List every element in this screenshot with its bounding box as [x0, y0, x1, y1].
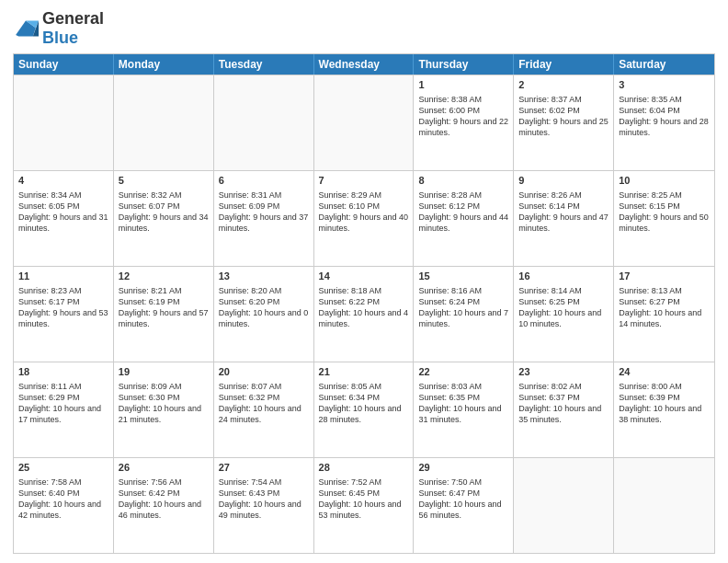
cell-text: Sunrise: 7:52 AMSunset: 6:45 PMDaylight:… [319, 477, 409, 522]
cell-text: Sunrise: 8:07 AMSunset: 6:32 PMDaylight:… [219, 381, 309, 426]
cal-cell: 20Sunrise: 8:07 AMSunset: 6:32 PMDayligh… [214, 362, 314, 457]
cal-cell [214, 75, 314, 170]
cal-row-0: 1Sunrise: 8:38 AMSunset: 6:00 PMDaylight… [14, 75, 714, 170]
header-cell-monday: Monday [114, 54, 214, 75]
logo-text: General Blue [42, 9, 104, 48]
cell-text: Sunrise: 8:31 AMSunset: 6:09 PMDaylight:… [219, 190, 309, 235]
day-number: 26 [119, 461, 209, 475]
cal-cell: 10Sunrise: 8:25 AMSunset: 6:15 PMDayligh… [614, 171, 714, 266]
cell-text: Sunrise: 8:00 AMSunset: 6:39 PMDaylight:… [619, 381, 710, 426]
cal-cell: 4Sunrise: 8:34 AMSunset: 6:05 PMDaylight… [14, 171, 114, 266]
cal-cell: 18Sunrise: 8:11 AMSunset: 6:29 PMDayligh… [14, 362, 114, 457]
day-number: 24 [619, 365, 710, 379]
calendar-body: 1Sunrise: 8:38 AMSunset: 6:00 PMDaylight… [14, 75, 714, 553]
day-number: 7 [319, 174, 409, 188]
day-number: 22 [418, 365, 508, 379]
cell-text: Sunrise: 8:25 AMSunset: 6:15 PMDaylight:… [619, 190, 710, 235]
day-number: 15 [418, 270, 508, 283]
cell-text: Sunrise: 8:09 AMSunset: 6:30 PMDaylight:… [119, 381, 209, 426]
cell-text: Sunrise: 8:14 AMSunset: 6:25 PMDaylight:… [518, 285, 609, 330]
cal-row-2: 11Sunrise: 8:23 AMSunset: 6:17 PMDayligh… [14, 266, 714, 362]
cell-text: Sunrise: 8:34 AMSunset: 6:05 PMDaylight:… [18, 190, 108, 235]
day-number: 21 [319, 365, 409, 379]
day-number: 23 [518, 365, 609, 379]
cal-cell: 5Sunrise: 8:32 AMSunset: 6:07 PMDaylight… [114, 171, 214, 266]
cal-cell: 17Sunrise: 8:13 AMSunset: 6:27 PMDayligh… [614, 267, 714, 362]
day-number: 10 [619, 174, 710, 188]
cal-cell: 7Sunrise: 8:29 AMSunset: 6:10 PMDaylight… [314, 171, 415, 266]
cell-text: Sunrise: 8:29 AMSunset: 6:10 PMDaylight:… [319, 190, 409, 235]
day-number: 8 [418, 174, 508, 188]
day-number: 18 [18, 365, 108, 379]
header-cell-sunday: Sunday [14, 54, 114, 75]
logo-icon [13, 17, 39, 40]
logo: General Blue [13, 9, 104, 48]
cal-cell: 28Sunrise: 7:52 AMSunset: 6:45 PMDayligh… [314, 458, 415, 553]
day-number: 2 [518, 78, 609, 92]
day-number: 12 [119, 270, 209, 283]
day-number: 20 [219, 365, 309, 379]
cal-row-4: 25Sunrise: 7:58 AMSunset: 6:40 PMDayligh… [14, 457, 714, 553]
day-number: 29 [418, 461, 508, 475]
cal-cell: 29Sunrise: 7:50 AMSunset: 6:47 PMDayligh… [414, 458, 514, 553]
cell-text: Sunrise: 7:56 AMSunset: 6:42 PMDaylight:… [119, 477, 209, 522]
cal-cell: 14Sunrise: 8:18 AMSunset: 6:22 PMDayligh… [314, 267, 415, 362]
day-number: 1 [418, 78, 508, 92]
cell-text: Sunrise: 8:23 AMSunset: 6:17 PMDaylight:… [18, 285, 108, 330]
cell-text: Sunrise: 8:35 AMSunset: 6:04 PMDaylight:… [619, 94, 710, 139]
cal-cell [514, 458, 614, 553]
cell-text: Sunrise: 8:20 AMSunset: 6:20 PMDaylight:… [219, 285, 309, 330]
day-number: 11 [18, 270, 108, 283]
header-cell-saturday: Saturday [614, 54, 714, 75]
day-number: 14 [319, 270, 409, 283]
cal-cell [14, 75, 114, 170]
cal-cell [314, 75, 415, 170]
day-number: 25 [18, 461, 108, 475]
day-number: 4 [18, 174, 108, 188]
cal-cell: 24Sunrise: 8:00 AMSunset: 6:39 PMDayligh… [614, 362, 714, 457]
cell-text: Sunrise: 7:50 AMSunset: 6:47 PMDaylight:… [418, 477, 508, 522]
cal-cell: 25Sunrise: 7:58 AMSunset: 6:40 PMDayligh… [14, 458, 114, 553]
cal-cell: 19Sunrise: 8:09 AMSunset: 6:30 PMDayligh… [114, 362, 214, 457]
day-number: 17 [619, 270, 710, 283]
cal-row-3: 18Sunrise: 8:11 AMSunset: 6:29 PMDayligh… [14, 362, 714, 457]
header: General Blue [13, 9, 715, 48]
cal-cell: 1Sunrise: 8:38 AMSunset: 6:00 PMDaylight… [414, 75, 514, 170]
header-cell-wednesday: Wednesday [314, 54, 415, 75]
day-number: 16 [518, 270, 609, 283]
cal-cell: 13Sunrise: 8:20 AMSunset: 6:20 PMDayligh… [214, 267, 314, 362]
cell-text: Sunrise: 7:54 AMSunset: 6:43 PMDaylight:… [219, 477, 309, 522]
calendar-page: General Blue SundayMondayTuesdayWednesda… [0, 0, 728, 563]
cal-cell: 8Sunrise: 8:28 AMSunset: 6:12 PMDaylight… [414, 171, 514, 266]
cell-text: Sunrise: 8:13 AMSunset: 6:27 PMDaylight:… [619, 285, 710, 330]
day-number: 9 [518, 174, 609, 188]
cal-cell: 9Sunrise: 8:26 AMSunset: 6:14 PMDaylight… [514, 171, 614, 266]
day-number: 3 [619, 78, 710, 92]
cell-text: Sunrise: 8:32 AMSunset: 6:07 PMDaylight:… [119, 190, 209, 235]
cell-text: Sunrise: 8:03 AMSunset: 6:35 PMDaylight:… [418, 381, 508, 426]
day-number: 27 [219, 461, 309, 475]
header-cell-friday: Friday [514, 54, 614, 75]
cal-cell: 6Sunrise: 8:31 AMSunset: 6:09 PMDaylight… [214, 171, 314, 266]
day-number: 13 [219, 270, 309, 283]
cal-cell [114, 75, 214, 170]
cal-cell: 21Sunrise: 8:05 AMSunset: 6:34 PMDayligh… [314, 362, 415, 457]
day-number: 19 [119, 365, 209, 379]
cal-cell: 23Sunrise: 8:02 AMSunset: 6:37 PMDayligh… [514, 362, 614, 457]
header-cell-thursday: Thursday [414, 54, 514, 75]
cell-text: Sunrise: 8:26 AMSunset: 6:14 PMDaylight:… [518, 190, 609, 235]
cal-cell: 16Sunrise: 8:14 AMSunset: 6:25 PMDayligh… [514, 267, 614, 362]
cell-text: Sunrise: 8:21 AMSunset: 6:19 PMDaylight:… [119, 285, 209, 330]
cell-text: Sunrise: 8:18 AMSunset: 6:22 PMDaylight:… [319, 285, 409, 330]
header-cell-tuesday: Tuesday [214, 54, 314, 75]
cal-cell: 3Sunrise: 8:35 AMSunset: 6:04 PMDaylight… [614, 75, 714, 170]
cell-text: Sunrise: 7:58 AMSunset: 6:40 PMDaylight:… [18, 477, 108, 522]
cal-cell: 22Sunrise: 8:03 AMSunset: 6:35 PMDayligh… [414, 362, 514, 457]
day-number: 28 [319, 461, 409, 475]
day-number: 5 [119, 174, 209, 188]
cal-cell: 12Sunrise: 8:21 AMSunset: 6:19 PMDayligh… [114, 267, 214, 362]
calendar: SundayMondayTuesdayWednesdayThursdayFrid… [13, 53, 715, 554]
cell-text: Sunrise: 8:37 AMSunset: 6:02 PMDaylight:… [518, 94, 609, 139]
cal-cell: 27Sunrise: 7:54 AMSunset: 6:43 PMDayligh… [214, 458, 314, 553]
cell-text: Sunrise: 8:05 AMSunset: 6:34 PMDaylight:… [319, 381, 409, 426]
